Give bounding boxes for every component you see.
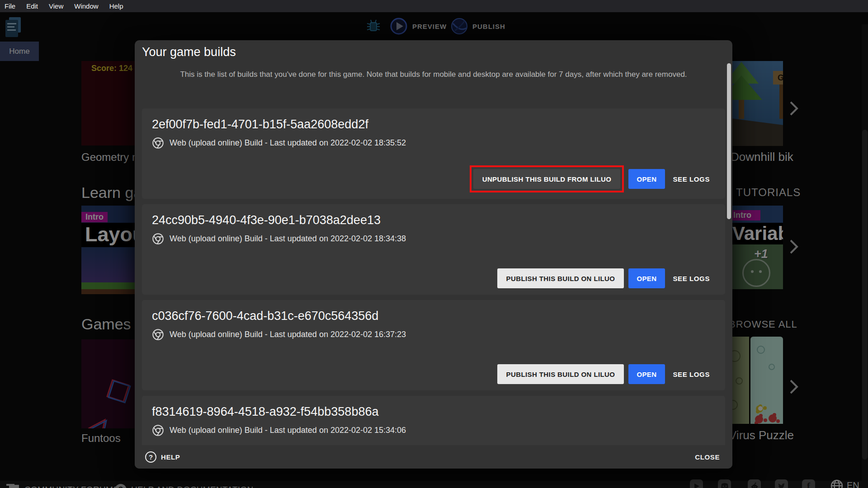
menu-help[interactable]: Help <box>109 2 123 10</box>
dialog-title: Your game builds <box>142 45 236 59</box>
build-id: c036cf76-7600-4cad-b31c-e670c564356d <box>152 309 713 323</box>
menu-edit[interactable]: Edit <box>26 2 38 10</box>
open-build-button[interactable]: OPEN <box>628 169 665 189</box>
help-question-icon: ? <box>145 451 156 463</box>
chrome-web-icon <box>152 137 164 149</box>
build-id: 24cc90b5-4940-4f3e-90e1-b7038a2dee13 <box>152 213 713 227</box>
dialog-description: This is the list of builds that you've d… <box>162 68 705 81</box>
unpublish-build-button[interactable]: UNPUBLISH THIS BUILD FROM LILUO <box>473 169 621 189</box>
app-window: PREVIEW PUBLISH Home Score: 124 Geometry… <box>0 0 868 488</box>
build-info-text: Web (upload online) Build - Last updated… <box>170 330 406 339</box>
build-info-text: Web (upload online) Build - Last updated… <box>170 234 406 244</box>
close-button[interactable]: CLOSE <box>695 453 720 461</box>
open-build-button[interactable]: OPEN <box>628 268 665 288</box>
build-card: 2ef00f7b-fed1-4701-b15f-5aa2608edd2f Web… <box>142 108 725 199</box>
build-info-text: Web (upload online) Build - Last updated… <box>170 426 406 435</box>
build-card: 24cc90b5-4940-4f3e-90e1-b7038a2dee13 Web… <box>142 204 725 295</box>
menu-file[interactable]: File <box>5 2 15 10</box>
build-id: 2ef00f7b-fed1-4701-b15f-5aa2608edd2f <box>152 117 713 131</box>
open-build-button[interactable]: OPEN <box>628 364 665 384</box>
game-builds-dialog: Your game builds This is the list of bui… <box>135 40 732 469</box>
annotation-highlight-box: UNPUBLISH THIS BUILD FROM LILUO <box>470 165 624 192</box>
build-id: f8314619-8964-4518-a932-f54bb358b86a <box>152 405 713 419</box>
chrome-web-icon <box>152 233 164 245</box>
see-logs-button[interactable]: SEE LOGS <box>670 364 714 384</box>
menu-window[interactable]: Window <box>74 2 98 10</box>
publish-build-button[interactable]: PUBLISH THIS BUILD ON LILUO <box>497 268 624 288</box>
menu-view[interactable]: View <box>49 2 63 10</box>
see-logs-button[interactable]: SEE LOGS <box>670 169 714 189</box>
build-list: 2ef00f7b-fed1-4701-b15f-5aa2608edd2f Web… <box>142 108 725 445</box>
publish-build-button[interactable]: PUBLISH THIS BUILD ON LILUO <box>497 364 624 384</box>
chrome-web-icon <box>152 328 164 341</box>
build-card: f8314619-8964-4518-a932-f54bb358b86a Web… <box>142 396 725 445</box>
dialog-actions-bar: ? HELP CLOSE <box>135 445 732 469</box>
see-logs-button[interactable]: SEE LOGS <box>670 268 714 288</box>
build-info-text: Web (upload online) Build - Last updated… <box>170 138 406 148</box>
menu-bar: File Edit View Window Help <box>0 0 868 12</box>
dialog-scrollbar-thumb[interactable] <box>727 63 731 219</box>
help-button[interactable]: ? HELP <box>145 451 180 463</box>
build-card: c036cf76-7600-4cad-b31c-e670c564356d Web… <box>142 300 725 390</box>
chrome-web-icon <box>152 424 164 436</box>
